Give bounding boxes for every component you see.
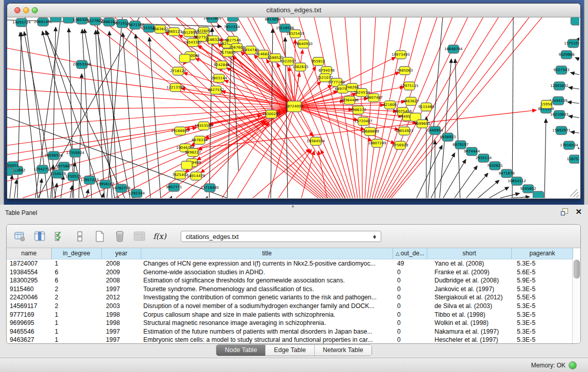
table-scrollbar[interactable] <box>572 258 580 343</box>
graph-node[interactable]: 7625402 <box>172 171 188 179</box>
graph-node[interactable]: 8860123 <box>166 28 182 36</box>
table-selector-dropdown[interactable]: citations_edges.txt <box>181 231 381 242</box>
table-row[interactable]: 977716911998Corpus callosum shape and si… <box>7 311 580 319</box>
column-header-out_de[interactable]: △out_de... <box>393 248 427 259</box>
column-header-year[interactable]: year <box>102 248 141 259</box>
graph-node[interactable]: 9227343 <box>553 66 569 74</box>
graph-node[interactable]: 1292344 <box>128 189 145 198</box>
table-row[interactable]: 2242004622012Investigating the contribut… <box>7 293 580 302</box>
splitter-handle-icon[interactable]: ▴ <box>292 203 294 208</box>
graph-node[interactable]: 8878334 <box>191 136 208 144</box>
graph-node[interactable]: 12975115 <box>400 82 419 90</box>
graph-node[interactable]: 8938923 <box>440 133 455 141</box>
graph-node[interactable]: 2718120 <box>170 67 186 75</box>
graph-node[interactable]: 19166852 <box>171 127 189 135</box>
graph-node[interactable] <box>533 191 544 198</box>
graph-node[interactable]: 20053346 <box>73 60 91 69</box>
select-columns-icon[interactable] <box>54 230 66 243</box>
table-row[interactable]: 946362711997Embryonic stem cells: a mode… <box>7 336 580 344</box>
show-column-icon[interactable] <box>34 230 46 243</box>
table-row[interactable]: 1938455462009Genome-wide association stu… <box>7 268 580 277</box>
graph-node[interactable]: 9329966 <box>558 51 575 59</box>
graph-node[interactable]: 9756928 <box>392 141 408 149</box>
graph-node[interactable]: 1154519 <box>50 170 66 178</box>
network-window-titlebar[interactable]: citations_edges.txt <box>7 4 580 17</box>
graph-node[interactable]: 1362615 <box>292 63 308 71</box>
graph-node[interactable]: 17016504 <box>560 141 578 149</box>
graph-node[interactable]: 20364486 <box>340 96 359 104</box>
graph-node[interactable]: 16914479 <box>187 172 205 180</box>
graph-node[interactable]: 1640954 <box>427 126 443 135</box>
import-table-icon[interactable] <box>134 230 146 243</box>
memory-status-indicator[interactable] <box>569 361 577 369</box>
graph-node[interactable]: 19384554 <box>307 137 325 145</box>
graph-node[interactable]: 10654112 <box>508 177 526 185</box>
graph-node[interactable] <box>228 17 238 21</box>
graph-node[interactable]: 12942757 <box>33 165 52 173</box>
graph-node[interactable]: 16033809 <box>203 17 222 23</box>
graph-node[interactable]: 2803144 <box>211 74 227 82</box>
tab-node-table[interactable]: Node Table <box>216 345 266 356</box>
graph-node[interactable]: 15718485 <box>201 184 219 192</box>
graph-node[interactable]: 20691406 <box>34 18 52 26</box>
rows-icon[interactable] <box>74 230 86 243</box>
table-scrollbar-thumb[interactable] <box>574 260 580 278</box>
function-builder-icon[interactable]: f(x) <box>154 230 166 243</box>
table-row[interactable]: 1872400712008Changes of HCN gene express… <box>7 259 580 268</box>
graph-node[interactable] <box>51 17 61 22</box>
column-header-name[interactable]: name <box>7 248 52 259</box>
graph-node[interactable] <box>182 161 192 169</box>
graph-node[interactable]: 1250515 <box>65 172 81 181</box>
graph-node[interactable]: 16640910 <box>294 40 313 48</box>
close-panel-icon[interactable]: ✕ <box>575 208 582 215</box>
table-row[interactable]: 1456911722003Disruption of a novel membe… <box>7 302 580 311</box>
resize-grip[interactable] <box>570 189 579 198</box>
graph-node[interactable]: 621606 <box>383 101 397 109</box>
graph-node[interactable]: 6879197 <box>452 141 468 149</box>
graph-node[interactable]: 7857224 <box>224 23 240 31</box>
column-header-title[interactable]: title <box>141 248 393 259</box>
graph-node[interactable]: 9474444 <box>464 147 480 156</box>
float-panel-icon[interactable] <box>561 208 568 215</box>
column-header-in_degree[interactable]: in_degree <box>52 248 102 259</box>
graph-node[interactable]: 9242848 <box>213 61 229 69</box>
graph-node[interactable]: 9498222 <box>185 148 201 157</box>
graph-node[interactable]: 15958 <box>541 100 552 108</box>
graph-node[interactable]: 7485063 <box>397 67 412 75</box>
graph-node[interactable] <box>7 167 13 176</box>
table-row[interactable]: 946554611997Estimation of the future num… <box>7 327 580 336</box>
column-header-pagerank[interactable]: pagerank <box>512 248 573 259</box>
graph-hub-node[interactable]: 18724007 <box>285 101 303 112</box>
table-row[interactable]: 911546021997Tourette syndrome. Phenomeno… <box>7 285 580 294</box>
graph-node[interactable]: 17359924 <box>66 149 84 157</box>
tab-network-table[interactable]: Network Table <box>315 345 372 356</box>
graph-node[interactable]: 7632621 <box>487 162 503 170</box>
graph-node[interactable]: 9699695 <box>414 120 430 128</box>
graph-node[interactable]: 8813054 <box>265 17 281 24</box>
tab-edge-table[interactable]: Edge Table <box>266 345 314 356</box>
network-canvas[interactable]: 1405572420691406106532871527602646616010… <box>7 17 579 198</box>
graph-node[interactable]: 9463627 <box>403 97 419 105</box>
graph-node[interactable]: 9975887 <box>56 162 72 170</box>
graph-node[interactable]: 2935114 <box>475 154 492 162</box>
graph-node[interactable]: 9175685 <box>220 49 235 57</box>
graph-node[interactable] <box>180 54 190 62</box>
graph-node[interactable]: 9857771 <box>166 183 182 191</box>
graph-node[interactable]: 955812 <box>312 57 325 65</box>
graph-node[interactable]: 8186328 <box>205 36 221 44</box>
graph-node[interactable]: 16648784 <box>444 45 463 53</box>
table-mode-icon[interactable] <box>14 230 26 243</box>
graph-node[interactable]: 15692971 <box>552 126 571 135</box>
delete-column-icon[interactable] <box>114 230 126 243</box>
graph-node[interactable]: 8322037 <box>280 57 296 65</box>
new-column-icon[interactable] <box>94 230 106 243</box>
graph-node[interactable]: 8427552 <box>208 86 224 94</box>
graph-node[interactable] <box>571 17 580 25</box>
graph-node[interactable]: 14055724 <box>12 18 31 27</box>
graph-node[interactable]: 16210643 <box>550 111 569 119</box>
network-window[interactable]: citations_edges.txt 14055724206914061065… <box>7 3 581 199</box>
graph-node[interactable]: 7986372 <box>350 106 366 114</box>
table-row[interactable]: 969969511998Structural magnetic resonanc… <box>7 319 580 327</box>
graph-node[interactable]: 15751074 <box>564 39 579 48</box>
table-row[interactable]: 1830029562008Estimation of significance … <box>7 276 580 285</box>
